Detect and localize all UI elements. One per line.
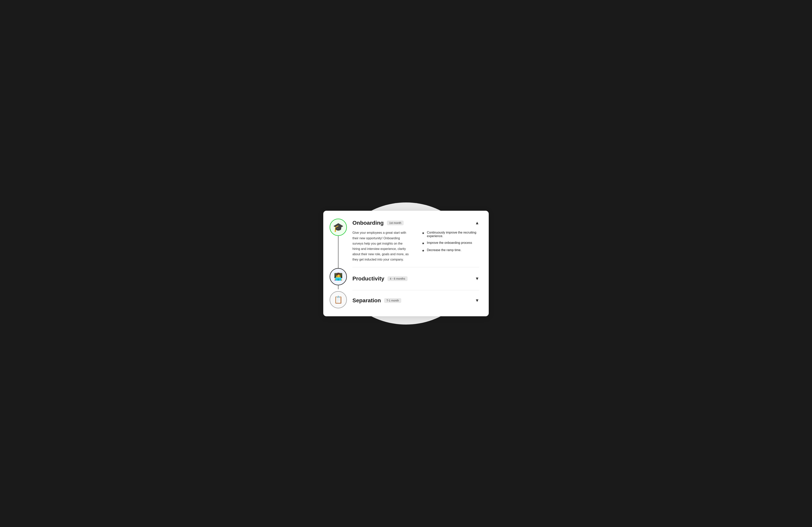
productivity-title-left: Productivity 4 - 6 months bbox=[352, 276, 408, 282]
star-icon-1: ★ bbox=[422, 241, 424, 245]
separation-title-left: Separation T-1 month bbox=[352, 297, 401, 304]
onboarding-content: Onboarding 1st month ▲ Give your employe… bbox=[352, 219, 479, 268]
productivity-avatar: 👩‍💻 bbox=[330, 268, 347, 286]
separation-left-col: 📋 bbox=[330, 291, 347, 308]
separation-icon: 📋 bbox=[334, 296, 343, 304]
timeline: 🎓 Onboarding 1st month ▲ Give your emplo… bbox=[330, 219, 479, 308]
divider-wrapper-2 bbox=[352, 289, 479, 291]
onboarding-left-col: 🎓 bbox=[330, 219, 347, 268]
separation-content: Separation T-1 month ▼ bbox=[352, 291, 479, 308]
star-icon-2: ★ bbox=[422, 249, 424, 252]
onboarding-title-left: Onboarding 1st month bbox=[352, 220, 404, 226]
screen-background: 🎓 Onboarding 1st month ▲ Give your emplo… bbox=[317, 206, 495, 321]
separation-title: Separation bbox=[352, 297, 381, 304]
productivity-title: Productivity bbox=[352, 276, 384, 282]
onboarding-body: Give your employees a great start with t… bbox=[352, 230, 479, 262]
separation-chevron[interactable]: ▼ bbox=[475, 298, 479, 303]
bullet-text-0: Continuously improve the recruiting expe… bbox=[427, 231, 479, 238]
productivity-left-col: 👩‍💻 bbox=[330, 268, 347, 289]
divider-2 bbox=[352, 290, 479, 290]
onboarding-bullets: ★ Continuously improve the recruiting ex… bbox=[422, 230, 479, 262]
onboarding-title-row: Onboarding 1st month ▲ bbox=[352, 220, 479, 226]
main-card: 🎓 Onboarding 1st month ▲ Give your emplo… bbox=[323, 211, 489, 316]
bullet-text-1: Improve the onboarding process bbox=[427, 241, 472, 245]
productivity-chevron[interactable]: ▼ bbox=[475, 276, 479, 281]
productivity-badge: 4 - 6 months bbox=[388, 276, 408, 281]
connector-line-1 bbox=[338, 236, 338, 268]
bullet-2: ★ Decrease the ramp time. bbox=[422, 248, 479, 252]
separation-badge: T-1 month bbox=[384, 298, 401, 303]
bullet-0: ★ Continuously improve the recruiting ex… bbox=[422, 231, 479, 238]
productivity-icon: 👩‍💻 bbox=[334, 273, 343, 281]
bullet-text-2: Decrease the ramp time. bbox=[427, 248, 461, 252]
separation-section: 📋 Separation T-1 month ▼ bbox=[330, 291, 479, 308]
onboarding-avatar: 🎓 bbox=[330, 219, 347, 236]
onboarding-icon: 🎓 bbox=[333, 222, 344, 232]
productivity-content: Productivity 4 - 6 months ▼ bbox=[352, 268, 479, 289]
connector-line-2 bbox=[338, 286, 338, 289]
star-icon-0: ★ bbox=[422, 231, 424, 235]
onboarding-section: 🎓 Onboarding 1st month ▲ Give your emplo… bbox=[330, 219, 479, 268]
productivity-section: 👩‍💻 Productivity 4 - 6 months ▼ bbox=[330, 268, 479, 289]
onboarding-chevron[interactable]: ▲ bbox=[475, 220, 479, 225]
onboarding-description: Give your employees a great start with t… bbox=[352, 230, 410, 262]
bullet-1: ★ Improve the onboarding process bbox=[422, 241, 479, 245]
separation-avatar: 📋 bbox=[330, 291, 347, 308]
onboarding-title: Onboarding bbox=[352, 220, 384, 226]
onboarding-badge: 1st month bbox=[387, 221, 404, 225]
